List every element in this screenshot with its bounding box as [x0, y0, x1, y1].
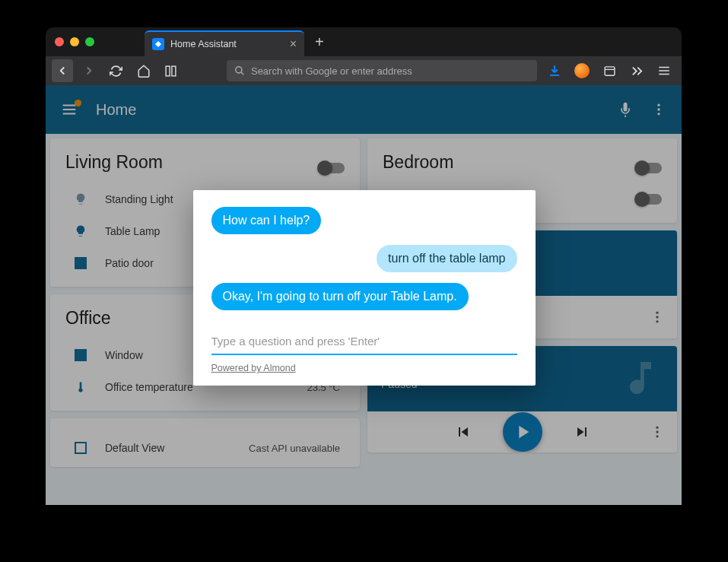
maximize-window-button[interactable]	[85, 37, 94, 46]
conversation-dialog: How can I help? turn off the table lamp …	[193, 190, 536, 386]
minimize-window-button[interactable]	[70, 37, 79, 46]
sidebar-toggle-button[interactable]	[598, 59, 621, 82]
downloads-button[interactable]	[543, 59, 566, 82]
user-message: turn off the table lamp	[377, 245, 517, 272]
avatar-icon	[574, 63, 590, 78]
bot-message: How can I help?	[211, 207, 322, 234]
close-window-button[interactable]	[55, 37, 64, 46]
browser-toolbar: Search with Google or enter address	[46, 56, 682, 85]
svg-rect-0	[166, 66, 170, 76]
chat-messages: How can I help? turn off the table lamp …	[211, 207, 517, 310]
bot-message: Okay, I'm going to turn off your Table L…	[211, 283, 469, 310]
forward-button	[79, 59, 100, 82]
library-button[interactable]	[160, 59, 181, 82]
menu-button[interactable]	[653, 59, 676, 82]
address-placeholder: Search with Google or enter address	[251, 65, 412, 77]
close-tab-button[interactable]: ×	[290, 37, 297, 51]
back-button[interactable]	[52, 59, 73, 82]
svg-rect-1	[172, 66, 176, 76]
home-button[interactable]	[133, 59, 154, 82]
title-bar: Home Assistant × +	[46, 27, 682, 56]
new-tab-button[interactable]: +	[315, 33, 324, 51]
window-controls	[46, 37, 103, 46]
powered-by-link[interactable]: Powered by Almond	[211, 363, 517, 373]
browser-tab[interactable]: Home Assistant ×	[145, 30, 304, 56]
svg-point-2	[236, 67, 242, 73]
overflow-button[interactable]	[625, 59, 648, 82]
favicon-icon	[152, 38, 164, 50]
address-bar[interactable]: Search with Google or enter address	[227, 60, 537, 81]
conversation-input[interactable]	[211, 330, 517, 355]
reload-button[interactable]	[106, 59, 127, 82]
svg-rect-3	[605, 66, 615, 75]
tab-title: Home Assistant	[170, 39, 237, 49]
search-icon	[234, 65, 245, 76]
profile-button[interactable]	[571, 59, 593, 82]
